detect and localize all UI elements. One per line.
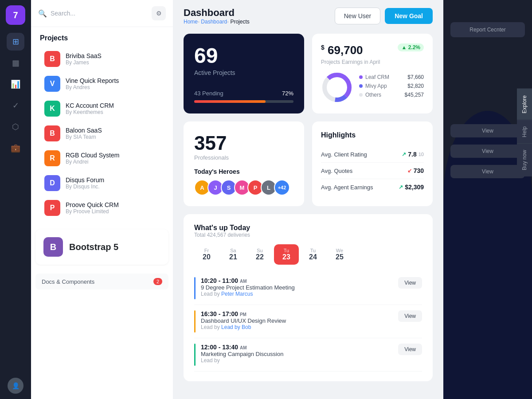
project-icon: K [44, 101, 60, 117]
day-number: 25 [336, 253, 344, 261]
search-input[interactable] [51, 10, 148, 17]
user-avatar[interactable]: 👤 [8, 378, 23, 394]
nav-icon-chart[interactable]: 📊 [7, 75, 24, 93]
progress-percent: 72% [282, 90, 293, 97]
highlight-value: ↙ 730 [407, 167, 424, 174]
earnings-label: Projects Earnings in April [321, 59, 380, 65]
side-tab-explore[interactable]: Explore [517, 89, 532, 120]
project-name: Baloon SaaS [66, 127, 102, 134]
project-icon: D [44, 175, 60, 191]
project-info: Vine Quick Reports By Andres [66, 77, 119, 90]
nav-icon-layers[interactable]: ⬡ [7, 118, 24, 136]
event-lead-link[interactable]: Lead by Bob [221, 324, 251, 330]
legend-label: Leaf CRM [359, 74, 389, 80]
highlight-value: ↗ $2,309 [399, 184, 424, 191]
events-list: 10:20 - 11:00 AM 9 Degree Project Estima… [194, 272, 422, 372]
earnings-amount: $ 69,700 [321, 43, 380, 57]
project-icon: B [44, 125, 60, 141]
event-border [194, 310, 196, 332]
docs-count: 2 [153, 278, 162, 285]
breadcrumb: Home- Dashboard- Projects [184, 19, 250, 25]
project-name: Proove Quick CRM [66, 201, 119, 208]
pending-label: 43 Pending [194, 90, 223, 97]
earnings-badge: ▲ 2.2% [398, 43, 424, 51]
project-item[interactable]: R RGB Cloud System By Andrei [35, 146, 168, 171]
day-item[interactable]: Tu 24 [301, 244, 325, 265]
project-author: By Keenthemes [66, 109, 114, 115]
project-item[interactable]: P Proove Quick CRM By Proove Limited [35, 196, 168, 220]
project-list: B Briviba SaaS By James V Vine Quick Rep… [31, 47, 173, 220]
heroes-label: Today's Heroes [194, 168, 293, 175]
project-item[interactable]: K KC Account CRM By Keenthemes [35, 96, 168, 121]
day-name: Tu [310, 248, 316, 253]
day-item[interactable]: Sa 21 [221, 244, 246, 265]
user-number-badge[interactable]: 7 [6, 5, 25, 25]
project-author: By James [66, 59, 102, 66]
side-tab-help[interactable]: Help [517, 120, 532, 144]
chart-row: Leaf CRM $7,660 Mivy App $2,820 Others $… [321, 71, 424, 103]
project-author: By Proove Limited [66, 208, 119, 215]
project-author: By Disqus Inc. [66, 184, 104, 190]
day-item[interactable]: We 25 [327, 244, 352, 265]
project-item[interactable]: D Disqus Forum By Disqus Inc. [35, 171, 168, 196]
report-center-button[interactable]: Report Cecnter [450, 22, 525, 37]
legend-item: Leaf CRM $7,660 [359, 74, 424, 80]
project-name: Vine Quick Reports [66, 77, 119, 84]
highlights-title: Highlights [321, 131, 424, 139]
day-number: 24 [309, 253, 317, 261]
view-button-1[interactable]: View [450, 124, 525, 137]
today-indicator[interactable]: Tu 23 [274, 244, 299, 265]
day-name: We [336, 248, 343, 253]
nav-icon-check[interactable]: ✓ [7, 97, 24, 114]
nav-icon-briefcase[interactable]: 💼 [7, 139, 24, 157]
search-icon: 🔍 [38, 9, 47, 18]
view-button-2[interactable]: View [450, 145, 525, 158]
new-goal-button[interactable]: New Goal [385, 8, 433, 24]
day-name: Fr [204, 248, 209, 253]
active-projects-label: Active Projects [194, 69, 293, 76]
event-time: 10:20 - 11:00 AM [201, 277, 295, 284]
view-button-3[interactable]: View [450, 165, 525, 178]
event-view-button[interactable]: View [398, 310, 422, 322]
project-item[interactable]: B Briviba SaaS By James [35, 47, 168, 71]
project-name: RGB Cloud System [66, 152, 119, 159]
breadcrumb-dashboard[interactable]: Dashboard [201, 19, 227, 25]
legend-item: Mivy App $2,820 [359, 83, 424, 89]
professionals-card: 357 Professionals Today's Heroes AJSMPL+… [184, 121, 304, 206]
project-icon: R [44, 150, 60, 166]
event-lead-link[interactable]: Peter Marcus [221, 291, 253, 297]
day-item[interactable]: Su 22 [247, 244, 272, 265]
event-name: 9 Degree Project Estimation Meeting [201, 284, 295, 291]
filter-button[interactable]: ⚙ [152, 6, 166, 20]
nav-icon-grid[interactable]: ▦ [7, 54, 24, 72]
new-user-button[interactable]: New User [335, 8, 380, 24]
main-content: Dashboard Home- Dashboard- Projects New … [173, 0, 443, 399]
bootstrap-icon: B [43, 237, 63, 257]
project-item[interactable]: B Baloon SaaS By SIA Team [35, 121, 168, 146]
legend-dot [359, 75, 363, 79]
currency-symbol: $ [321, 44, 325, 51]
side-tab-buy-now[interactable]: Buy now [517, 143, 532, 176]
event-item: 12:00 - 13:40 AM Marketing Campaign Disc… [194, 338, 422, 372]
event-view-button[interactable]: View [398, 344, 422, 355]
legend-dot [359, 84, 363, 88]
project-author: By Andrei [66, 159, 119, 165]
search-bar: 🔍 ⚙ [31, 0, 173, 27]
event-name: Dashboard UI/UX Design Review [201, 317, 286, 324]
event-border [194, 277, 196, 299]
project-item[interactable]: V Vine Quick Reports By Andres [35, 71, 168, 96]
nav-icon-home[interactable]: ⊞ [7, 33, 24, 51]
progress-bar [194, 100, 293, 103]
trend-up-icon: ↗ [399, 184, 403, 190]
docs-link[interactable]: Docs & Components 2 [35, 274, 168, 289]
project-info: Proove Quick CRM By Proove Limited [66, 201, 119, 215]
bootstrap-label: Bootstrap 5 [69, 242, 118, 252]
project-info: Briviba SaaS By James [66, 52, 102, 66]
page-header: Dashboard Home- Dashboard- Projects New … [184, 0, 433, 34]
event-view-button[interactable]: View [398, 277, 422, 289]
second-row-grid: 357 Professionals Today's Heroes AJSMPL+… [184, 121, 433, 206]
trend-down-icon: ↙ [407, 168, 412, 174]
breadcrumb-home[interactable]: Home [184, 19, 198, 25]
highlight-row: Avg. Quotes ↙ 730 [321, 163, 424, 179]
day-item[interactable]: Fr 20 [194, 244, 219, 265]
